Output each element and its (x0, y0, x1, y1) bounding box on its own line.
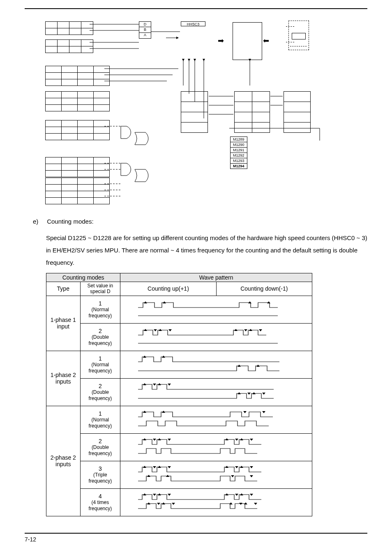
page-number: 7-12 (25, 536, 36, 543)
page-footer: 7-12 (25, 533, 367, 543)
wave-icon (130, 465, 302, 485)
wave-cell (120, 351, 312, 378)
section-title: Counting modes: (47, 218, 93, 225)
setvalue-cell: 2(Double frequency) (80, 433, 120, 461)
wave-cell (120, 378, 312, 406)
wave-cell (120, 433, 312, 461)
wave-icon (130, 492, 302, 513)
wave-cell (120, 461, 312, 488)
type-cell: 1-phase 2 inputs (46, 351, 81, 406)
setvalue-cell: 4(4 times frequency) (80, 488, 120, 516)
wave-icon (130, 437, 302, 458)
wave-icon (130, 327, 302, 347)
th-count-down: Counting down(-1) (216, 282, 312, 296)
th-counting-modes: Counting modes (46, 273, 120, 282)
type-cell: 1-phase 1 input (46, 296, 81, 351)
section-paragraph: Special D1225 ~ D1228 are for setting up… (46, 232, 367, 269)
wave-icon (130, 409, 302, 430)
setvalue-cell: 1(Normal frequency) (80, 351, 120, 378)
setvalue-cell: 2(Double frequency) (80, 378, 120, 406)
db-box: D B (139, 21, 151, 33)
wave-icon (130, 354, 302, 375)
th-type: Type (46, 282, 81, 296)
setvalue-cell: 3(Triple frequency) (80, 461, 120, 488)
input-grid (45, 39, 93, 53)
setvalue-cell: 1(Normal frequency) (80, 406, 120, 433)
setvalue-cell: 1(Normal frequency) (80, 296, 120, 323)
counting-modes-table: Counting modes Wave pattern Type Set val… (46, 273, 312, 516)
input-grid (45, 21, 93, 35)
th-set-value: Set value in special D (80, 282, 120, 296)
setvalue-cell: 2(Double frequency) (80, 323, 120, 351)
mcode-table: M1289 M1290 M1291 M1292 M1293 M1294 (230, 136, 247, 169)
wave-cell (120, 296, 312, 323)
wave-cell (120, 488, 312, 516)
type-cell: 2-phase 2 inputs (46, 406, 81, 516)
wave-cell (120, 406, 312, 433)
hhsc-diagram: U/D U A D B HHSC0 HHSC1 HHSC2 HHSC3 ➡ ⬅ (45, 21, 325, 210)
section-letter: e) (33, 215, 45, 228)
wave-icon (130, 299, 302, 320)
wave-cell (120, 323, 312, 351)
wave-icon (130, 382, 302, 402)
th-wave-pattern: Wave pattern (120, 273, 312, 282)
wire-svg2 (151, 21, 324, 136)
th-count-up: Counting up(+1) (120, 282, 216, 296)
